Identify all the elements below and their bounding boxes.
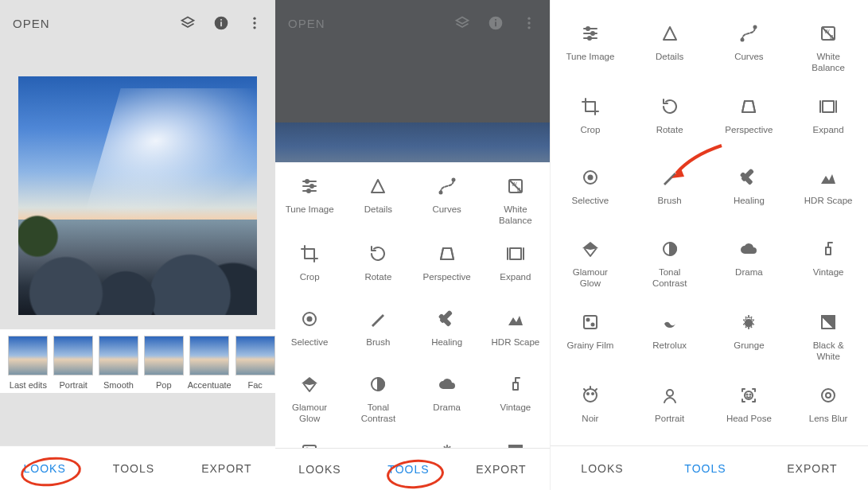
portrait-icon (660, 386, 679, 405)
look-thumb[interactable]: Fac (235, 336, 275, 390)
open-button[interactable]: OPEN (13, 17, 50, 30)
tool-headpose[interactable]: Head Pose (710, 378, 789, 445)
tool-tonal[interactable]: TonalContrast (630, 231, 710, 301)
headpose-icon (739, 386, 758, 405)
tool-expand[interactable]: Expand (481, 236, 550, 297)
tool-hdr[interactable]: HDR Scape (788, 160, 868, 228)
thumb-image (53, 336, 93, 375)
tool-label: Retrolux (652, 340, 687, 360)
tool-drama[interactable]: Drama (413, 367, 481, 430)
tool-rotate[interactable]: Rotate (630, 89, 710, 157)
whitebalance-icon: WB (506, 177, 525, 196)
tool-selective[interactable]: Selective (551, 160, 630, 228)
tool-drama[interactable]: Drama (710, 231, 789, 301)
tool-details[interactable]: Details (344, 169, 412, 231)
nav-export[interactable]: EXPORT (476, 463, 526, 476)
tool-brush[interactable]: Brush (630, 160, 710, 228)
tool-bw[interactable]: Black &White (481, 434, 550, 448)
tool-whitebalance[interactable]: WBWhiteBalance (481, 169, 550, 231)
nav-looks[interactable]: LOOKS (24, 462, 66, 475)
tool-vintage[interactable]: Vintage (788, 231, 868, 301)
svg-point-9 (527, 18, 530, 20)
tool-grunge[interactable]: Grunge (710, 305, 789, 375)
layers-icon[interactable] (180, 15, 196, 31)
tool-retrolux[interactable]: Retrolux (344, 434, 412, 448)
topbar-icons (180, 15, 263, 31)
tool-label: Lens Blur (809, 413, 848, 434)
tool-healing[interactable]: Healing (413, 301, 481, 362)
tool-curves[interactable]: Curves (710, 16, 789, 86)
curves-icon (438, 177, 457, 196)
nav-tools[interactable]: TOOLS (684, 462, 726, 475)
nav-tools[interactable]: TOOLS (387, 463, 429, 476)
tool-grainy[interactable]: Grainy Film (551, 305, 630, 375)
tool-retrolux[interactable]: Retrolux (630, 305, 710, 375)
panel-tools-full: Tune ImageDetailsCurvesWBWhiteBalanceCro… (550, 0, 868, 490)
nav-looks[interactable]: LOOKS (581, 462, 623, 475)
tool-noir[interactable]: Noir (551, 378, 630, 445)
bottom-nav: LOOKS TOOLS EXPORT (0, 445, 275, 490)
info-icon[interactable] (213, 15, 229, 31)
tool-crop[interactable]: Crop (275, 236, 344, 297)
tool-lensblur[interactable]: Lens Blur (788, 378, 868, 445)
crop-icon (581, 97, 600, 116)
tool-healing[interactable]: Healing (710, 160, 789, 228)
tool-perspective[interactable]: Perspective (710, 89, 789, 157)
tool-tune[interactable]: Tune Image (275, 169, 344, 231)
tool-tune[interactable]: Tune Image (551, 16, 630, 86)
tool-curves[interactable]: Curves (413, 169, 481, 231)
tool-rotate[interactable]: Rotate (344, 236, 412, 297)
look-thumb[interactable]: Last edits (8, 336, 49, 390)
tool-label: Drama (735, 266, 763, 287)
tool-glamour[interactable]: GlamourGlow (551, 231, 630, 301)
svg-rect-7 (495, 21, 496, 26)
expand-icon (506, 244, 525, 263)
tool-hdr[interactable]: HDR Scape (481, 301, 550, 362)
tool-bw[interactable]: Black &White (788, 305, 868, 375)
nav-export[interactable]: EXPORT (201, 462, 251, 475)
svg-point-16 (310, 185, 313, 188)
tool-label: WhiteBalance (499, 204, 532, 227)
look-thumb[interactable]: Accentuate (189, 336, 230, 390)
tool-grunge[interactable]: Grunge (413, 434, 481, 448)
tool-label: Rotate (656, 124, 683, 145)
svg-point-70 (586, 318, 589, 321)
look-thumb[interactable]: Portrait (53, 336, 94, 390)
nav-tools[interactable]: TOOLS (113, 462, 154, 475)
tool-label: HDR Scape (492, 336, 540, 357)
retrolux-icon (368, 442, 387, 448)
tool-label: Vintage (813, 266, 844, 287)
healing-icon (739, 168, 758, 187)
retrolux-icon (660, 313, 679, 332)
vintage-icon (506, 375, 525, 394)
tools-grid-full: Tune ImageDetailsCurvesWBWhiteBalanceCro… (551, 0, 868, 445)
tool-tonal[interactable]: TonalContrast (344, 367, 412, 430)
tool-label: Brush (366, 336, 390, 357)
grainy-icon (581, 313, 600, 332)
thumb-label: Pop (156, 380, 172, 390)
svg-point-75 (587, 393, 589, 395)
tool-whitebalance[interactable]: WBWhiteBalance (788, 16, 868, 86)
open-button[interactable]: OPEN (288, 17, 325, 30)
tool-glamour[interactable]: GlamourGlow (275, 367, 344, 430)
nav-looks[interactable]: LOOKS (298, 463, 341, 476)
tool-brush[interactable]: Brush (344, 301, 412, 362)
tool-vintage[interactable]: Vintage (481, 367, 550, 430)
image-preview[interactable] (0, 46, 275, 329)
nav-export[interactable]: EXPORT (787, 462, 837, 475)
tool-portrait[interactable]: Portrait (630, 378, 710, 445)
tool-expand[interactable]: Expand (788, 89, 868, 157)
more-icon[interactable] (247, 15, 263, 31)
tool-details[interactable]: Details (630, 16, 710, 86)
info-icon[interactable] (488, 15, 504, 31)
tool-crop[interactable]: Crop (551, 89, 630, 157)
panel-looks: OPEN Last editsPortraitSmoothPopAccentua… (0, 0, 275, 490)
tool-selective[interactable]: Selective (275, 301, 344, 362)
topbar: OPEN (0, 0, 275, 46)
layers-icon[interactable] (454, 15, 470, 31)
tool-grainy[interactable]: Grainy Film (275, 434, 344, 448)
more-icon[interactable] (521, 15, 537, 31)
look-thumb[interactable]: Smooth (99, 336, 139, 390)
look-thumb[interactable]: Pop (143, 336, 184, 390)
tool-perspective[interactable]: Perspective (413, 236, 481, 297)
